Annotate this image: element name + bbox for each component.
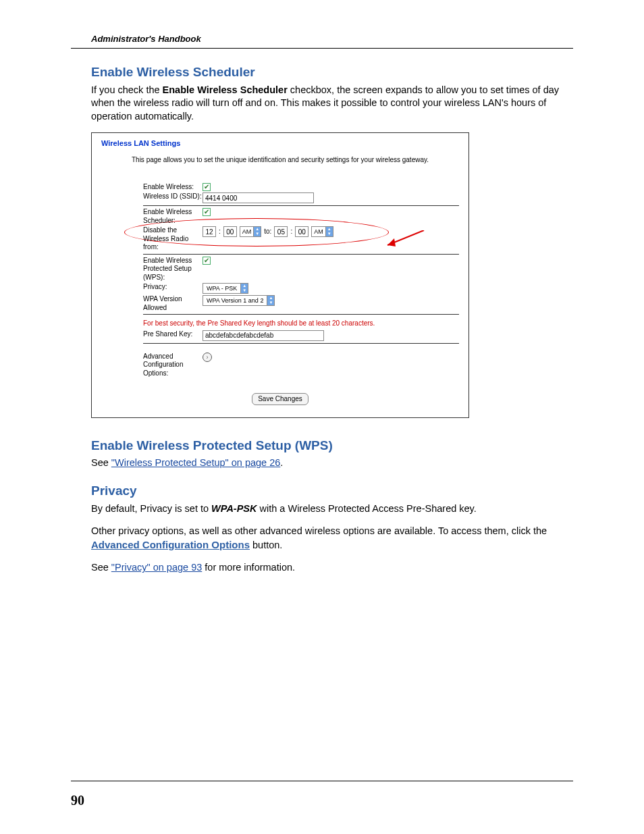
save-changes-button[interactable]: Save Changes (252, 393, 308, 405)
input-psk[interactable] (203, 330, 324, 341)
label-enable-wireless: Enable Wireless: (101, 183, 203, 192)
running-header: Administrator's Handbook (71, 34, 573, 44)
header-rule (71, 48, 573, 49)
text: with a Wireless Protected Access Pre-Sha… (257, 503, 477, 514)
wireless-settings-screenshot: Wireless LAN Settings This page allows y… (91, 132, 469, 417)
stepper-label: AM (311, 226, 325, 237)
psk-warning: For best security, the Pre Shared Key le… (101, 319, 459, 328)
dropdown-wpa-version[interactable]: WPA Version 1 and 2 ▲▼ (203, 295, 275, 306)
divider (143, 254, 459, 255)
dropdown-value: WPA Version 1 and 2 (203, 295, 267, 306)
to-label: to: (264, 227, 271, 236)
input-to-mm[interactable] (295, 226, 308, 237)
text: Other privacy options, as well as other … (91, 525, 547, 536)
heading-privacy: Privacy (91, 482, 566, 500)
privacy-p1: By default, Privacy is set to WPA-PSK wi… (91, 502, 566, 516)
wps-paragraph: See "Wireless Protected Setup" on page 2… (91, 457, 566, 470)
panel-description: This page allows you to set the unique i… (101, 155, 459, 165)
link-privacy-page93[interactable]: "Privacy" on page 93 (111, 562, 202, 573)
label-disable-radio: Disable the Wireless Radio from: (101, 226, 203, 252)
page-number: 90 (71, 793, 84, 808)
input-ssid[interactable] (203, 192, 314, 203)
divider (143, 205, 459, 206)
divider (143, 343, 459, 344)
label-privacy: Privacy: (101, 283, 203, 292)
label-ssid: Wireless ID (SSID): (101, 192, 203, 201)
scheduler-paragraph: If you check the Enable Wireless Schedul… (91, 84, 566, 124)
text-emphasis: WPA-PSK (211, 503, 257, 514)
text-bold: Enable Wireless Scheduler (163, 84, 288, 95)
heading-wps: Enable Wireless Protected Setup (WPS) (91, 437, 566, 454)
dropdown-privacy[interactable]: WPA - PSK ▲▼ (203, 283, 248, 294)
input-from-hh[interactable] (203, 226, 216, 237)
panel-title: Wireless LAN Settings (101, 138, 459, 149)
text: button. (250, 540, 282, 550)
colon: : (219, 227, 221, 236)
label-enable-scheduler: Enable Wireless Scheduler: (101, 208, 203, 225)
privacy-p3: See "Privacy" on page 93 for more inform… (91, 561, 566, 575)
divider (143, 314, 459, 315)
text: . (280, 457, 283, 468)
heading-scheduler: Enable Wireless Scheduler (91, 63, 566, 81)
label-psk: Pre Shared Key: (101, 330, 203, 339)
text: By default, Privacy is set to (91, 503, 211, 514)
advanced-options-button[interactable]: › (203, 353, 212, 362)
input-to-hh[interactable] (274, 226, 288, 237)
footer-rule (71, 781, 573, 781)
link-advanced-config[interactable]: Advanced Configuration Options (91, 539, 250, 550)
checkbox-enable-wireless[interactable]: ✔ (203, 183, 211, 191)
privacy-p2: Other privacy options, as well as other … (91, 525, 566, 552)
label-wpa-version: WPA Version Allowed (101, 295, 203, 312)
checkbox-enable-scheduler[interactable]: ✔ (203, 208, 211, 216)
text: See (91, 562, 111, 573)
dropdown-value: WPA - PSK (203, 283, 240, 294)
label-advanced: Advanced Configuration Options: (101, 353, 203, 378)
input-from-mm[interactable] (223, 226, 237, 237)
colon: : (290, 227, 292, 236)
stepper-label: AM (240, 226, 254, 237)
checkbox-wps[interactable]: ✔ (203, 257, 211, 265)
link-wps-page26[interactable]: "Wireless Protected Setup" on page 26 (111, 457, 281, 468)
stepper-to-ampm[interactable]: AM ▲▼ (311, 226, 333, 237)
stepper-from-ampm[interactable]: AM ▲▼ (240, 226, 262, 237)
text: See (91, 457, 111, 468)
text: for more information. (202, 562, 295, 573)
label-wps: Enable Wireless Protected Setup (WPS): (101, 257, 203, 282)
text: If you check the (91, 84, 163, 95)
